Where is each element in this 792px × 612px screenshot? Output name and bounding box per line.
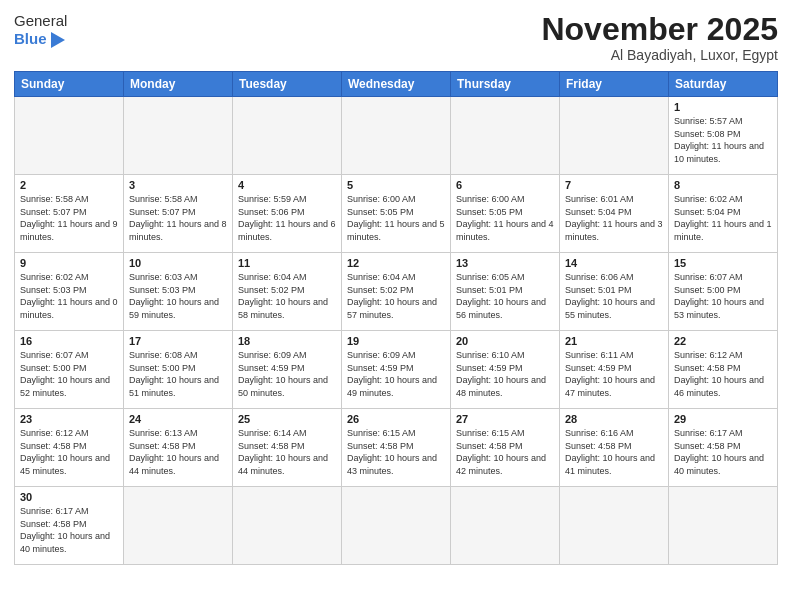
calendar-cell: 7Sunrise: 6:01 AM Sunset: 5:04 PM Daylig… [560, 175, 669, 253]
day-number: 10 [129, 257, 227, 269]
day-number: 2 [20, 179, 118, 191]
calendar-cell: 6Sunrise: 6:00 AM Sunset: 5:05 PM Daylig… [451, 175, 560, 253]
day-number: 12 [347, 257, 445, 269]
logo: General Blue [14, 12, 67, 48]
calendar-cell: 27Sunrise: 6:15 AM Sunset: 4:58 PM Dayli… [451, 409, 560, 487]
calendar-cell: 15Sunrise: 6:07 AM Sunset: 5:00 PM Dayli… [669, 253, 778, 331]
calendar-cell: 30Sunrise: 6:17 AM Sunset: 4:58 PM Dayli… [15, 487, 124, 565]
calendar-cell: 25Sunrise: 6:14 AM Sunset: 4:58 PM Dayli… [233, 409, 342, 487]
day-number: 18 [238, 335, 336, 347]
day-info: Sunrise: 6:05 AM Sunset: 5:01 PM Dayligh… [456, 271, 554, 321]
calendar-cell: 21Sunrise: 6:11 AM Sunset: 4:59 PM Dayli… [560, 331, 669, 409]
calendar-cell: 2Sunrise: 5:58 AM Sunset: 5:07 PM Daylig… [15, 175, 124, 253]
day-info: Sunrise: 6:08 AM Sunset: 5:00 PM Dayligh… [129, 349, 227, 399]
day-number: 8 [674, 179, 772, 191]
day-info: Sunrise: 6:09 AM Sunset: 4:59 PM Dayligh… [347, 349, 445, 399]
day-number: 19 [347, 335, 445, 347]
day-number: 24 [129, 413, 227, 425]
calendar-cell: 8Sunrise: 6:02 AM Sunset: 5:04 PM Daylig… [669, 175, 778, 253]
title-block: November 2025 Al Bayadiyah, Luxor, Egypt [541, 12, 778, 63]
day-number: 26 [347, 413, 445, 425]
day-info: Sunrise: 6:12 AM Sunset: 4:58 PM Dayligh… [20, 427, 118, 477]
calendar-cell: 1Sunrise: 5:57 AM Sunset: 5:08 PM Daylig… [669, 97, 778, 175]
calendar-cell: 22Sunrise: 6:12 AM Sunset: 4:58 PM Dayli… [669, 331, 778, 409]
day-number: 25 [238, 413, 336, 425]
calendar-cell: 26Sunrise: 6:15 AM Sunset: 4:58 PM Dayli… [342, 409, 451, 487]
day-info: Sunrise: 5:58 AM Sunset: 5:07 PM Dayligh… [129, 193, 227, 243]
day-info: Sunrise: 5:58 AM Sunset: 5:07 PM Dayligh… [20, 193, 118, 243]
calendar-cell [669, 487, 778, 565]
day-info: Sunrise: 6:12 AM Sunset: 4:58 PM Dayligh… [674, 349, 772, 399]
calendar-cell [124, 97, 233, 175]
day-info: Sunrise: 6:07 AM Sunset: 5:00 PM Dayligh… [20, 349, 118, 399]
calendar-cell: 9Sunrise: 6:02 AM Sunset: 5:03 PM Daylig… [15, 253, 124, 331]
day-info: Sunrise: 6:03 AM Sunset: 5:03 PM Dayligh… [129, 271, 227, 321]
day-number: 1 [674, 101, 772, 113]
day-info: Sunrise: 6:11 AM Sunset: 4:59 PM Dayligh… [565, 349, 663, 399]
calendar-cell [124, 487, 233, 565]
calendar-table: Sunday Monday Tuesday Wednesday Thursday… [14, 71, 778, 565]
calendar-cell: 4Sunrise: 5:59 AM Sunset: 5:06 PM Daylig… [233, 175, 342, 253]
day-info: Sunrise: 6:04 AM Sunset: 5:02 PM Dayligh… [347, 271, 445, 321]
calendar-cell [560, 97, 669, 175]
calendar-cell: 18Sunrise: 6:09 AM Sunset: 4:59 PM Dayli… [233, 331, 342, 409]
calendar-cell [342, 487, 451, 565]
calendar-cell: 29Sunrise: 6:17 AM Sunset: 4:58 PM Dayli… [669, 409, 778, 487]
day-number: 3 [129, 179, 227, 191]
day-info: Sunrise: 6:13 AM Sunset: 4:58 PM Dayligh… [129, 427, 227, 477]
day-info: Sunrise: 6:17 AM Sunset: 4:58 PM Dayligh… [674, 427, 772, 477]
calendar-week-1: 1Sunrise: 5:57 AM Sunset: 5:08 PM Daylig… [15, 97, 778, 175]
calendar-week-6: 30Sunrise: 6:17 AM Sunset: 4:58 PM Dayli… [15, 487, 778, 565]
day-info: Sunrise: 6:16 AM Sunset: 4:58 PM Dayligh… [565, 427, 663, 477]
day-number: 15 [674, 257, 772, 269]
calendar-cell: 12Sunrise: 6:04 AM Sunset: 5:02 PM Dayli… [342, 253, 451, 331]
day-number: 13 [456, 257, 554, 269]
day-number: 14 [565, 257, 663, 269]
calendar-header-row: Sunday Monday Tuesday Wednesday Thursday… [15, 72, 778, 97]
calendar-cell: 17Sunrise: 6:08 AM Sunset: 5:00 PM Dayli… [124, 331, 233, 409]
day-number: 29 [674, 413, 772, 425]
day-info: Sunrise: 6:04 AM Sunset: 5:02 PM Dayligh… [238, 271, 336, 321]
calendar-cell: 10Sunrise: 6:03 AM Sunset: 5:03 PM Dayli… [124, 253, 233, 331]
calendar-cell: 5Sunrise: 6:00 AM Sunset: 5:05 PM Daylig… [342, 175, 451, 253]
header-monday: Monday [124, 72, 233, 97]
day-info: Sunrise: 6:15 AM Sunset: 4:58 PM Dayligh… [456, 427, 554, 477]
day-info: Sunrise: 6:17 AM Sunset: 4:58 PM Dayligh… [20, 505, 118, 555]
day-number: 11 [238, 257, 336, 269]
header: General Blue November 2025 Al Bayadiyah,… [14, 12, 778, 63]
day-number: 22 [674, 335, 772, 347]
day-info: Sunrise: 6:15 AM Sunset: 4:58 PM Dayligh… [347, 427, 445, 477]
day-info: Sunrise: 6:01 AM Sunset: 5:04 PM Dayligh… [565, 193, 663, 243]
day-info: Sunrise: 6:02 AM Sunset: 5:04 PM Dayligh… [674, 193, 772, 243]
calendar-cell: 14Sunrise: 6:06 AM Sunset: 5:01 PM Dayli… [560, 253, 669, 331]
calendar-cell [560, 487, 669, 565]
calendar-cell: 11Sunrise: 6:04 AM Sunset: 5:02 PM Dayli… [233, 253, 342, 331]
day-info: Sunrise: 6:09 AM Sunset: 4:59 PM Dayligh… [238, 349, 336, 399]
day-info: Sunrise: 5:57 AM Sunset: 5:08 PM Dayligh… [674, 115, 772, 165]
calendar-week-2: 2Sunrise: 5:58 AM Sunset: 5:07 PM Daylig… [15, 175, 778, 253]
day-number: 28 [565, 413, 663, 425]
day-info: Sunrise: 6:14 AM Sunset: 4:58 PM Dayligh… [238, 427, 336, 477]
calendar-cell: 24Sunrise: 6:13 AM Sunset: 4:58 PM Dayli… [124, 409, 233, 487]
calendar-cell: 3Sunrise: 5:58 AM Sunset: 5:07 PM Daylig… [124, 175, 233, 253]
calendar-cell: 23Sunrise: 6:12 AM Sunset: 4:58 PM Dayli… [15, 409, 124, 487]
calendar-cell [233, 487, 342, 565]
calendar-cell: 20Sunrise: 6:10 AM Sunset: 4:59 PM Dayli… [451, 331, 560, 409]
day-number: 16 [20, 335, 118, 347]
day-number: 17 [129, 335, 227, 347]
calendar-cell [451, 487, 560, 565]
header-saturday: Saturday [669, 72, 778, 97]
calendar-cell: 16Sunrise: 6:07 AM Sunset: 5:00 PM Dayli… [15, 331, 124, 409]
month-title: November 2025 [541, 12, 778, 47]
header-tuesday: Tuesday [233, 72, 342, 97]
day-number: 20 [456, 335, 554, 347]
day-info: Sunrise: 6:02 AM Sunset: 5:03 PM Dayligh… [20, 271, 118, 321]
calendar-cell [451, 97, 560, 175]
calendar-week-3: 9Sunrise: 6:02 AM Sunset: 5:03 PM Daylig… [15, 253, 778, 331]
day-info: Sunrise: 6:10 AM Sunset: 4:59 PM Dayligh… [456, 349, 554, 399]
day-number: 27 [456, 413, 554, 425]
calendar-cell: 28Sunrise: 6:16 AM Sunset: 4:58 PM Dayli… [560, 409, 669, 487]
day-number: 23 [20, 413, 118, 425]
day-number: 6 [456, 179, 554, 191]
day-info: Sunrise: 5:59 AM Sunset: 5:06 PM Dayligh… [238, 193, 336, 243]
